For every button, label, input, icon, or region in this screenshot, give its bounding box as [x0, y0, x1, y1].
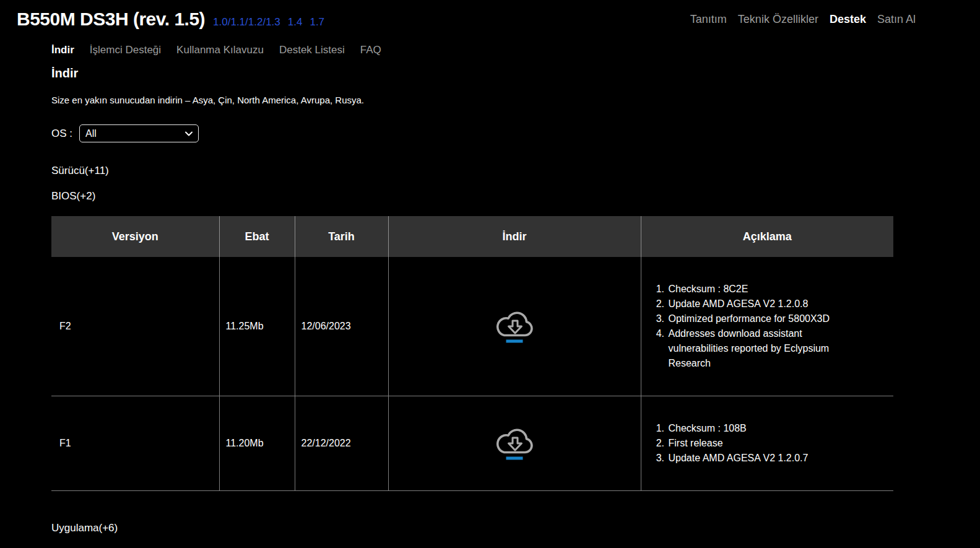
cloud-download-icon: [493, 424, 536, 460]
sub-nav-kullanma-kilavuzu[interactable]: Kullanma Kılavuzu: [176, 44, 264, 56]
os-select-wrap: All: [79, 124, 199, 142]
download-button[interactable]: [493, 424, 536, 462]
bios-version: F2: [51, 257, 219, 396]
server-location-description: Size en yakın sunucudan indirin – Asya, …: [51, 95, 980, 105]
nav-item-destek[interactable]: Destek: [830, 13, 866, 26]
table-row: F1 11.20Mb 22/12/2022 Checksum : 108B: [51, 396, 893, 490]
revision-link-group[interactable]: 1.0/1.1/1.2/1.3: [213, 16, 280, 28]
nav-item-tanitim[interactable]: Tanıtım: [690, 13, 727, 26]
sub-nav-islemci-destegi[interactable]: İşlemci Desteği: [90, 44, 161, 56]
accordion-application[interactable]: Uygulama(+6): [51, 522, 118, 534]
product-title-group: B550M DS3H (rev. 1.5) 1.0/1.1/1.2/1.3 1.…: [17, 9, 324, 30]
column-header-size: Ebat: [219, 216, 295, 257]
bios-version: F1: [51, 396, 219, 490]
os-filter-label: OS :: [51, 128, 72, 140]
bios-release-date: 22/12/2022: [295, 396, 388, 490]
page-title: B550M DS3H (rev. 1.5): [17, 9, 205, 30]
page-section-heading: İndir: [51, 66, 980, 80]
os-select[interactable]: All: [79, 124, 199, 142]
top-bar: B550M DS3H (rev. 1.5) 1.0/1.1/1.2/1.3 1.…: [0, 0, 980, 30]
column-header-version: Versiyon: [51, 216, 219, 257]
main-nav: Tanıtım Teknik Özellikler Destek Satın A…: [690, 13, 916, 26]
column-header-notes: Açıklama: [641, 216, 893, 257]
nav-item-teknik-ozellikler[interactable]: Teknik Özellikler: [738, 13, 818, 26]
release-note-item: Optimized performance for 5800X3D: [667, 311, 852, 326]
nav-item-satin-al[interactable]: Satın Al: [877, 13, 916, 26]
release-note-item: Checksum : 8C2E: [667, 282, 852, 297]
table-row: F2 11.25Mb 12/06/2023 Checksum : 8C2E: [51, 257, 893, 396]
release-note-item: Update AMD AGESA V2 1.2.0.8: [667, 297, 852, 311]
column-header-download: İndir: [388, 216, 641, 257]
release-note-item: Addresses download assistant vulnerabili…: [667, 326, 852, 371]
release-note-item: Update AMD AGESA V2 1.2.0.7: [667, 451, 852, 466]
bios-file-size: 11.20Mb: [219, 396, 295, 490]
sub-nav-destek-listesi[interactable]: Destek Listesi: [279, 44, 345, 56]
download-button[interactable]: [493, 307, 536, 345]
os-filter-row: OS : All: [51, 124, 980, 142]
cloud-download-icon: [493, 307, 536, 343]
release-note-item: First release: [667, 436, 852, 451]
release-notes: Checksum : 108B First release Update AMD…: [641, 396, 893, 490]
release-note-item: Checksum : 108B: [667, 421, 852, 436]
revision-link-1-7[interactable]: 1.7: [310, 16, 324, 28]
revision-links: 1.0/1.1/1.2/1.3 1.4 1.7: [213, 16, 324, 28]
support-sub-nav: İndir İşlemci Desteği Kullanma Kılavuzu …: [51, 44, 980, 56]
bios-file-size: 11.25Mb: [219, 257, 295, 396]
table-header-row: Versiyon Ebat Tarih İndir Açıklama: [51, 216, 893, 257]
column-header-date: Tarih: [295, 216, 388, 257]
accordion-bios[interactable]: BIOS(+2): [51, 190, 95, 202]
revision-link-1-4[interactable]: 1.4: [288, 16, 303, 28]
bios-release-date: 12/06/2023: [295, 257, 388, 396]
accordion-driver[interactable]: Sürücü(+11): [51, 165, 109, 177]
release-notes: Checksum : 8C2E Update AMD AGESA V2 1.2.…: [641, 257, 893, 396]
bios-download-table: Versiyon Ebat Tarih İndir Açıklama F2 11…: [51, 216, 893, 491]
sub-nav-faq[interactable]: FAQ: [360, 44, 381, 56]
sub-nav-indir[interactable]: İndir: [51, 44, 74, 56]
download-page-content: İndir Size en yakın sunucudan indirin – …: [51, 66, 980, 534]
